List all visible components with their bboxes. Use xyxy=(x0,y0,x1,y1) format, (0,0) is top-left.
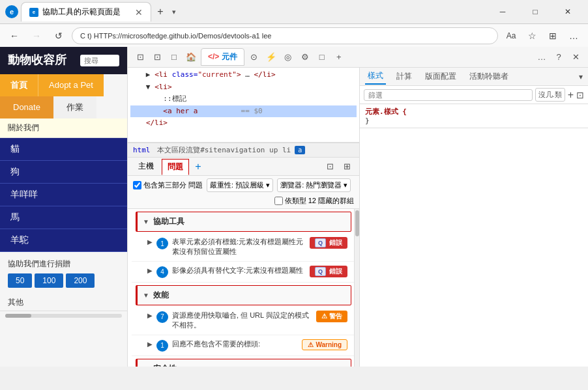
section-header-performance[interactable]: ▼ 效能 xyxy=(136,285,351,305)
browser-tab[interactable]: e 協助工具的示範頁面是 ✕ xyxy=(21,2,151,21)
tab-issues[interactable]: 問題 xyxy=(162,159,189,175)
severity-dropdown[interactable]: 嚴重性: 預設層級 ▾ xyxy=(207,178,273,192)
nav-works-button[interactable]: 作業 xyxy=(53,96,96,118)
sidebar-scrollbar[interactable] xyxy=(5,314,122,318)
html-line-3[interactable]: ::標記 xyxy=(130,93,357,105)
devtools-inspect-icon[interactable]: ⊡ xyxy=(150,50,164,64)
devtools-help-icon[interactable]: ? xyxy=(551,50,566,64)
issue-item-form-label[interactable]: ▶ 1 表單元素必須有標籤:元素沒有標題屬性元素沒有預留位置屬性 Q 錯誤 xyxy=(132,233,355,262)
animal-item-horse[interactable]: 馬 xyxy=(0,206,127,229)
issue-item-cache[interactable]: ▶ 7 資源應使用快取嚙合, 但 URL 與設定的模式不相符。 ⚠ 警告 xyxy=(132,307,355,335)
html-line-5[interactable]: </li> xyxy=(130,117,357,130)
devtools-performance-icon[interactable]: ⚡ xyxy=(264,50,278,64)
include-third-party-checkbox[interactable]: 包含第三部分 問題 xyxy=(133,180,203,190)
close-window-button[interactable]: ✕ xyxy=(553,3,583,21)
tab-dropdown[interactable]: ▾ xyxy=(169,8,179,16)
issues-scrollbar[interactable] xyxy=(354,209,359,367)
sidebar-title: 動物收容所 xyxy=(8,53,66,68)
donate-100-button[interactable]: 100 xyxy=(35,273,63,288)
tab-layout[interactable]: 版面配置 xyxy=(422,69,459,84)
devtools-more-icon[interactable]: … xyxy=(535,50,549,64)
breadcrumb-html[interactable]: html xyxy=(133,146,151,154)
section-header-security[interactable]: ▼ 安全性 xyxy=(136,359,351,367)
severity-chevron-icon: ▾ xyxy=(266,181,270,189)
issue-expand-icon-2[interactable]: ▶ xyxy=(147,267,153,274)
collections-icon[interactable]: ⊞ xyxy=(544,27,562,45)
html-line-1[interactable]: ▶ <li class="current"> … </li> xyxy=(130,69,357,81)
tab-favicon: e xyxy=(29,8,38,17)
issue-expand-perf-icon[interactable]: ▶ xyxy=(147,312,153,319)
nav-adopt-button[interactable]: Adopt a Pet xyxy=(38,74,104,96)
html-line-2[interactable]: ▼ <li> xyxy=(130,81,357,94)
donate-200-button[interactable]: 200 xyxy=(66,273,95,288)
nav-about[interactable]: 關於我們 xyxy=(0,118,127,138)
tab-event-listeners[interactable]: 活動聆聽者 xyxy=(467,69,511,84)
search-input[interactable] xyxy=(80,55,119,66)
animal-item-sheep[interactable]: 羊咩咩 xyxy=(0,184,127,206)
styles-panel: 樣式 計算 版面配置 活動聆聽者 ▾ 沒几.類 + ⊡ 元素.樣式 { xyxy=(360,68,588,367)
tab-close-button[interactable]: ✕ xyxy=(135,7,143,18)
nav-home-button[interactable]: 首頁 xyxy=(0,74,38,96)
section-security: ▼ 安全性 ▶ 7 回應應包含「x-content-type-options」標… xyxy=(132,359,355,367)
devtools-layers-icon[interactable]: □ xyxy=(315,50,329,64)
tab-elements[interactable]: </> </> 元件元件 xyxy=(201,48,244,66)
tab-styles[interactable]: 樣式 xyxy=(365,68,386,85)
devtools-memory-icon[interactable]: ◎ xyxy=(281,50,295,64)
devtools-settings-icon[interactable]: ⚙ xyxy=(298,50,312,64)
issue-expand-icon[interactable]: ▶ xyxy=(147,238,153,245)
more-style-options-icon[interactable]: ⊡ xyxy=(576,90,584,100)
issue-expand-perf-icon-2[interactable]: ▶ xyxy=(147,341,153,348)
donate-title: 協助我們進行捐贈 xyxy=(8,258,119,270)
nav-donate-button[interactable]: Donate xyxy=(0,96,53,118)
issues-popout-icon[interactable]: ⊞ xyxy=(340,160,354,174)
devtools-network-icon[interactable]: ⊙ xyxy=(247,50,261,64)
section-performance: ▼ 效能 ▶ 7 資源應使用快取嚙合, 但 URL 與設定的模式不相符。 ⚠ 警… xyxy=(132,285,355,356)
forward-button[interactable]: → xyxy=(27,27,46,45)
issue-count-2: 4 xyxy=(156,266,168,278)
back-button[interactable]: ← xyxy=(5,27,23,45)
more-tools-icon[interactable]: … xyxy=(565,27,583,45)
animal-item-cat[interactable]: 貓 xyxy=(0,138,127,161)
left-pane: ▶ <li class="current"> … </li> ▼ <li> ::… xyxy=(128,68,360,367)
new-tab-button[interactable]: + xyxy=(151,3,169,21)
sidebar: 動物收容所 首頁 Adopt a Pet Donate 作業 關於我們 貓 狗 … xyxy=(0,47,128,367)
issue-item-image-alt[interactable]: ▶ 4 影像必須具有替代文字:元素沒有標題屬性 Q 錯誤 xyxy=(132,262,355,283)
grouping-option[interactable]: 依類型 12 隱藏的群組 xyxy=(274,196,354,206)
new-style-rule-icon[interactable]: + xyxy=(568,89,574,101)
nav-menu: 首頁 Adopt a Pet xyxy=(0,74,127,96)
styles-tab-bar: 樣式 計算 版面配置 活動聆聽者 ▾ xyxy=(360,68,588,86)
sidebar-scrollbar-thumb[interactable] xyxy=(5,314,31,318)
add-tab-button[interactable]: + xyxy=(192,160,205,173)
devtools-add-icon[interactable]: + xyxy=(332,50,346,64)
devtools-close-icon[interactable]: ✕ xyxy=(568,50,583,64)
donate-50-button[interactable]: 50 xyxy=(8,273,32,288)
issues-scrollbar-thumb[interactable] xyxy=(355,210,359,236)
tab-computed[interactable]: 計算 xyxy=(394,69,415,84)
favorites-icon[interactable]: ☆ xyxy=(523,27,541,45)
tab-title: 協助工具的示範頁面是 xyxy=(42,7,121,18)
styles-filter-classes-btn[interactable]: 沒几.類 xyxy=(535,88,565,102)
devtools-mobile-icon[interactable]: □ xyxy=(167,50,181,64)
animal-item-dog[interactable]: 狗 xyxy=(0,161,127,184)
styles-filter-input[interactable] xyxy=(364,89,533,101)
animal-item-alpaca[interactable]: 羊駝 xyxy=(0,229,127,252)
issue-count-4: 1 xyxy=(156,340,168,352)
issue-item-headers[interactable]: ▶ 1 回應不應包含不需要的標頭: ⚠ Warning xyxy=(132,335,355,356)
style-selector: 元素.樣式 { xyxy=(365,107,583,117)
browser-dropdown[interactable]: 瀏覽器: 熱門瀏覽器 ▾ xyxy=(277,178,351,192)
devtools-pointer-icon[interactable]: ⊡ xyxy=(133,50,147,64)
issues-dock-icon[interactable]: ⊡ xyxy=(323,160,337,174)
section-header-accessibility[interactable]: ▼ 協助工具 xyxy=(136,212,351,232)
devtools-home-icon[interactable]: 🏠 xyxy=(184,50,198,64)
read-aloud-icon[interactable]: Aa xyxy=(502,27,520,45)
tab-host[interactable]: 主機 xyxy=(133,159,159,174)
refresh-button[interactable]: ↺ xyxy=(50,27,68,45)
element-styles-selector: 元素.樣式 { } xyxy=(360,104,588,128)
address-bar[interactable]: C t) HTTPs://microsoftedge.github.io/Dem… xyxy=(72,27,498,44)
html-line-4[interactable]: <a her a == $0 xyxy=(130,105,357,118)
style-brace-close: } xyxy=(365,117,583,125)
breadcrumb-a-badge[interactable]: a xyxy=(295,146,305,154)
styles-more-button[interactable]: ▾ xyxy=(579,72,583,81)
minimize-button[interactable]: ─ xyxy=(488,3,518,21)
maximize-button[interactable]: □ xyxy=(520,3,550,21)
